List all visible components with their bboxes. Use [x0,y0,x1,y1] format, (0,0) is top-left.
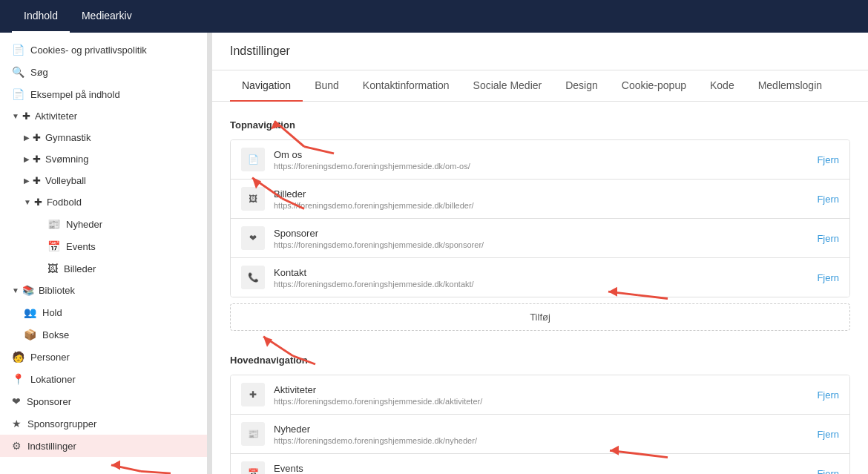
personer-icon: 🧑 [12,351,24,363]
topbar-tab-mediearkiv[interactable]: Mediearkiv [70,0,144,33]
om-os-text: Om os https://foreningsdemo.foreningshje… [274,149,817,171]
sidebar-section-fodbold[interactable]: ▼ ✚ Fodbold [0,191,207,213]
svomning-icon: ✚ [33,154,41,165]
billeder-icon: 🖼 [47,263,58,274]
nav-item: 🖼 Billeder https://foreningsdemo.forenin… [231,180,849,219]
topbar-tab-indhold[interactable]: Indhold [12,0,70,33]
gear-icon: ⚙ [12,440,22,452]
tab-navigation[interactable]: Navigation [230,70,303,102]
billeder-nav-icon: 🖼 [241,187,265,211]
content-header: Indstillinger [212,33,868,70]
tab-cookie-popup[interactable]: Cookie-popup [610,70,698,102]
om-os-icon: 📄 [241,148,265,171]
sidebar-section-gymnastik[interactable]: ▶ ✚ Gymnastik [0,127,207,148]
sidebar-item-lokationer[interactable]: 📍 Lokationer [0,368,207,390]
hovednavigation-items: ✚ Aktiviteter https://foreningsdemo.fore… [230,375,850,474]
events-icon: 📅 [47,240,60,252]
tab-sociale-medier[interactable]: Sociale Medier [461,70,554,102]
sidebar-item-indstillinger[interactable]: ⚙ Indstillinger [0,435,207,457]
aktiviteter-remove[interactable]: Fjern [817,389,839,401]
events-nav-icon: 📅 [241,461,265,474]
sidebar-item-events[interactable]: 📅 Events [0,235,207,257]
sidebar-item-nyheder[interactable]: 📰 Nyheder [0,213,207,235]
om-os-title: Om os [274,149,817,160]
nav-item: 📄 Om os https://foreningsdemo.foreningsh… [231,140,849,180]
topbar: Indhold Mediearkiv [0,0,868,33]
sidebar-section-volleyball[interactable]: ▶ ✚ Volleyball [0,170,207,191]
topnavigation-items: 📄 Om os https://foreningsdemo.foreningsh… [230,139,850,297]
hovednavigation-title: Hovednavigation [230,355,850,366]
topnavigation-add-button[interactable]: Tilføj [230,303,850,331]
om-os-remove[interactable]: Fjern [817,154,839,165]
sidebar-item-bokse[interactable]: 📦 Bokse [0,323,207,346]
toggle-icon: ▶ [24,155,30,163]
bokse-icon: 📦 [24,329,36,340]
tab-kontaktinformation[interactable]: Kontaktinformation [351,70,461,102]
navigation-content: Topnavigation 📄 Om os https://foreningsd… [212,102,868,474]
tab-medlemslogin[interactable]: Medlemslogin [746,70,834,102]
aktiviteter-nav-title: Aktiviteter [274,384,817,395]
nyheder-remove[interactable]: Fjern [817,429,839,440]
sidebar-section-aktiviteter[interactable]: ▼ ✚ Aktiviteter [0,105,207,127]
sidebar-item-hold[interactable]: 👥 Hold [0,301,207,323]
sidebar-item-cookies[interactable]: 📄 Cookies- og privatlivspolitik [0,39,207,61]
aktiviteter-icon: ✚ [22,111,30,122]
topnavigation-section: Topnavigation 📄 Om os https://foreningsd… [230,119,850,331]
sidebar-item-search[interactable]: 🔍 Søg [0,61,207,83]
sidebar-item-example[interactable]: 📄 Eksempel på indhold [0,83,207,105]
billeder-nav-url: https://foreningsdemo.foreningshjemmesid… [274,201,817,210]
toggle-icon: ▼ [12,286,19,294]
tab-kode[interactable]: Kode [698,70,746,102]
nav-item: 📞 Kontakt https://foreningsdemo.forening… [231,258,849,297]
document-icon: 📄 [12,44,24,56]
nyheder-nav-title: Nyheder [274,424,817,435]
volleyball-icon: ✚ [33,175,41,186]
sponsorer-remove[interactable]: Fjern [817,233,839,244]
nav-item: ✚ Aktiviteter https://foreningsdemo.fore… [231,375,849,415]
sponsorer-nav-title: Sponsorer [274,228,817,239]
sidebar-item-personer[interactable]: 🧑 Personer [0,346,207,368]
nyheder-icon: 📰 [47,218,60,230]
aktiviteter-nav-url: https://foreningsdemo.foreningshjemmesid… [274,397,817,406]
kontakt-remove[interactable]: Fjern [817,272,839,283]
billeder-remove[interactable]: Fjern [817,194,839,205]
hold-icon: 👥 [24,306,36,318]
sponsorer-nav-url: https://foreningsdemo.foreningshjemmesid… [274,240,817,249]
kontakt-icon: 📞 [241,266,265,289]
tab-bund[interactable]: Bund [303,70,351,102]
toggle-icon: ▶ [24,177,30,185]
kontakt-title: Kontakt [274,267,817,278]
main-layout: 📄 Cookies- og privatlivspolitik 🔍 Søg 📄 … [0,33,868,474]
kontakt-text: Kontakt https://foreningsdemo.foreningsh… [274,267,817,289]
content-area: Indstillinger Navigation Bund Kontaktinf… [212,33,868,474]
nyheder-nav-text: Nyheder https://foreningsdemo.foreningsh… [274,424,817,445]
billeder-nav-title: Billeder [274,188,817,200]
fodbold-icon: ✚ [34,197,42,208]
bibliotek-icon: 📚 [22,285,34,296]
nav-item: 📰 Nyheder https://foreningsdemo.forening… [231,415,849,454]
topnavigation-title: Topnavigation [230,119,850,131]
sidebar-item-sponsorgrupper[interactable]: ★ Sponsorgrupper [0,412,207,435]
page-icon: 📄 [12,88,24,100]
sidebar-section-bibliotek[interactable]: ▼ 📚 Bibliotek [0,280,207,301]
sidebar-item-sponsorer[interactable]: ❤ Sponsorer [0,390,207,412]
toggle-icon: ▶ [24,134,30,142]
tab-design[interactable]: Design [553,70,610,102]
sidebar-item-billeder[interactable]: 🖼 Billeder [0,257,207,280]
sidebar-section-svomning[interactable]: ▶ ✚ Svømning [0,148,207,170]
toggle-icon: ▼ [12,112,19,120]
sponsorer-nav-text: Sponsorer https://foreningsdemo.forening… [274,228,817,249]
sponsorer-nav-icon: ❤ [241,226,265,250]
gymnastik-icon: ✚ [33,132,41,143]
lokationer-icon: 📍 [12,373,24,385]
events-nav-title: Events [274,463,817,474]
om-os-url: https://foreningsdemo.foreningshjemmesid… [274,162,817,171]
sidebar: 📄 Cookies- og privatlivspolitik 🔍 Søg 📄 … [0,33,208,474]
tabs-bar: Navigation Bund Kontaktinformation Socia… [212,70,868,102]
nyheder-nav-url: https://foreningsdemo.foreningshjemmesid… [274,436,817,445]
sponsorer-icon: ❤ [12,395,21,407]
events-remove[interactable]: Fjern [817,468,839,475]
nav-item: 📅 Events https://foreningsdemo.forenings… [231,454,849,474]
aktiviteter-nav-text: Aktiviteter https://foreningsdemo.foreni… [274,384,817,406]
nav-item: ❤ Sponsorer https://foreningsdemo.foreni… [231,219,849,258]
